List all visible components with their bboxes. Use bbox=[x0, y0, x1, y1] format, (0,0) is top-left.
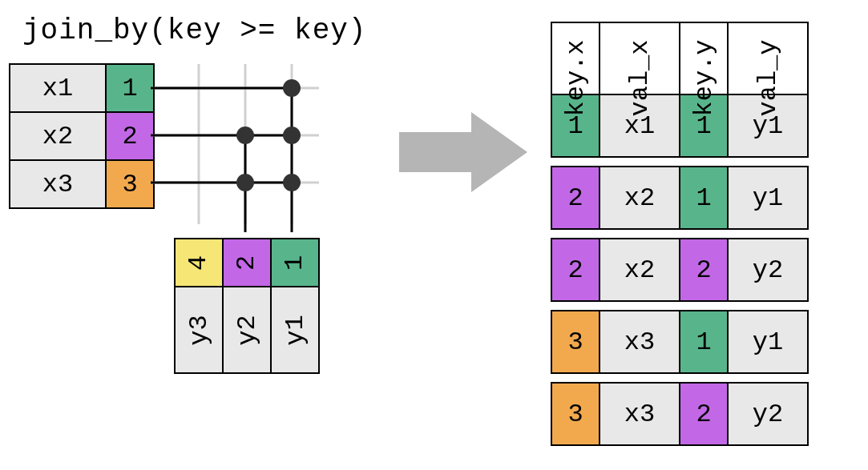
y-key-cell: 4 bbox=[174, 238, 224, 287]
svg-point-12 bbox=[236, 127, 254, 144]
result-valy: y2 bbox=[727, 382, 809, 446]
result-valx: x2 bbox=[599, 166, 680, 230]
y-key-cell: 2 bbox=[222, 238, 272, 287]
svg-point-15 bbox=[283, 174, 301, 191]
result-valx: x2 bbox=[599, 238, 680, 302]
y-val-cell: y3 bbox=[174, 286, 224, 374]
x-key-cell: 1 bbox=[105, 63, 155, 113]
x-val-cell: x3 bbox=[9, 159, 107, 209]
svg-point-13 bbox=[283, 127, 301, 144]
svg-marker-16 bbox=[399, 112, 527, 192]
x-val-cell: x2 bbox=[9, 111, 107, 161]
result-keyx: 3 bbox=[551, 310, 600, 374]
result-keyx: 2 bbox=[551, 238, 600, 302]
x-key-cell: 3 bbox=[105, 159, 155, 209]
y-val-cell: y1 bbox=[270, 286, 320, 374]
result-valx: x3 bbox=[599, 310, 680, 374]
result-keyy: 1 bbox=[679, 166, 729, 230]
result-keyx: 3 bbox=[551, 382, 600, 446]
diagram-title: join_by(key >= key) bbox=[22, 14, 366, 47]
result-valx: x3 bbox=[599, 382, 680, 446]
y-table: 4 2 1 y3 y2 y1 bbox=[175, 239, 319, 335]
result-valy: y1 bbox=[727, 166, 809, 230]
x-table: x1 1 x2 2 x3 3 bbox=[10, 64, 154, 208]
result-keyx: 2 bbox=[551, 166, 600, 230]
y-key-cell: 1 bbox=[270, 238, 320, 287]
arrow-icon bbox=[399, 104, 527, 200]
result-valy: y2 bbox=[727, 238, 809, 302]
result-keyy: 1 bbox=[679, 310, 729, 374]
result-valy: y1 bbox=[727, 310, 809, 374]
result-table: key.x val_x key.y val_y 1 x1 1 y1 2 x2 1… bbox=[551, 22, 808, 455]
x-val-cell: x1 bbox=[9, 63, 107, 113]
join-connections bbox=[151, 64, 319, 240]
result-keyy: 2 bbox=[679, 382, 729, 446]
svg-point-11 bbox=[283, 79, 301, 97]
y-val-cell: y2 bbox=[222, 286, 272, 374]
x-key-cell: 2 bbox=[105, 111, 155, 161]
svg-point-14 bbox=[236, 174, 254, 191]
result-keyy: 2 bbox=[679, 238, 729, 302]
